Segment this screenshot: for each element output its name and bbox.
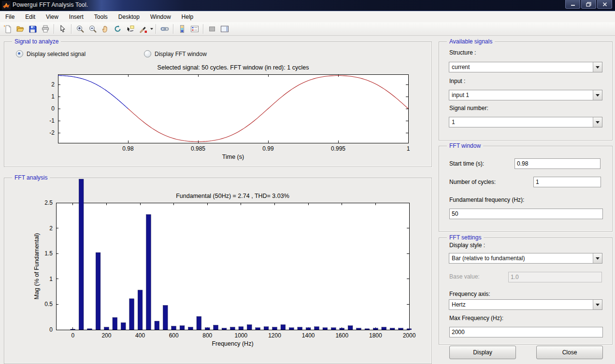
insert-legend-button[interactable]	[188, 23, 201, 35]
start-time-label: Start time (s):	[449, 160, 484, 167]
menu-item-window[interactable]: Window	[145, 12, 176, 22]
signal-number-dropdown[interactable]: 1	[449, 117, 602, 127]
show-plot-tools-button[interactable]	[218, 23, 231, 35]
svg-text:2.5: 2.5	[44, 199, 53, 206]
start-time-field[interactable]	[515, 158, 601, 169]
new-document-button[interactable]	[1, 23, 14, 35]
svg-text:-2: -2	[49, 129, 55, 136]
fft-bar-100hz	[87, 329, 92, 330]
new-document-icon	[3, 25, 12, 33]
svg-text:1200: 1200	[268, 332, 281, 339]
display-button[interactable]: Display	[449, 346, 516, 359]
menu-item-insert[interactable]: Insert	[64, 12, 89, 22]
chevron-down-icon[interactable]	[593, 253, 602, 263]
window-title: Powergui FFT Analysis Tool.	[13, 1, 88, 8]
menu-item-file[interactable]: File	[0, 12, 20, 22]
close-icon	[602, 2, 607, 7]
structure-dropdown[interactable]: current	[449, 62, 602, 72]
fft-bar-1450hz	[315, 327, 319, 330]
structure-label: Structure :	[449, 49, 476, 56]
restore-button[interactable]	[581, 0, 596, 9]
rotate-3d-icon	[114, 25, 122, 33]
fft-bar-950hz	[230, 327, 235, 330]
fft-bar-1700hz	[357, 328, 361, 330]
fft-bar-2000hz	[407, 329, 412, 330]
menu-item-help[interactable]: Help	[176, 12, 199, 22]
fft-settings-title: FFT settings	[447, 234, 484, 241]
brush-dropdown-caret[interactable]	[149, 23, 154, 34]
fft-bar-1650hz	[348, 326, 353, 330]
cycles-field[interactable]	[533, 177, 601, 187]
chevron-down-icon[interactable]	[593, 90, 602, 100]
frequency-axis-value: Hertz	[449, 301, 593, 308]
svg-text:800: 800	[202, 332, 212, 339]
fft-bar-900hz	[222, 328, 227, 330]
input-dropdown[interactable]: input 1	[449, 90, 602, 100]
svg-text:200: 200	[101, 332, 111, 339]
hide-plot-tools-button[interactable]	[206, 23, 218, 35]
selected-signal-plot: 0.980.9850.990.9951-2-1012Selected signa…	[4, 42, 431, 166]
fft-bar-650hz	[180, 326, 185, 330]
fft-bar-1950hz	[399, 328, 403, 330]
pan-hand-button[interactable]	[99, 23, 112, 35]
fft-bar-1300hz	[289, 328, 294, 330]
cycles-label: Number of cycles:	[449, 179, 496, 185]
link-plots-button[interactable]	[158, 23, 171, 35]
frequency-axis-dropdown[interactable]: Hertz	[449, 299, 602, 310]
rotate-3d-button[interactable]	[112, 23, 124, 35]
minimize-button[interactable]	[565, 0, 580, 9]
fundamental-freq-field[interactable]	[449, 209, 603, 219]
svg-text:1.5: 1.5	[44, 250, 53, 257]
display-style-dropdown[interactable]: Bar (relative to fundamental)	[449, 253, 602, 264]
menu-item-desktop[interactable]: Desktop	[113, 12, 145, 22]
fft-bar-1550hz	[331, 328, 336, 330]
available-signals-title: Available signals	[447, 38, 495, 45]
insert-colorbar-button[interactable]	[176, 23, 188, 35]
svg-text:1400: 1400	[302, 332, 315, 339]
svg-text:400: 400	[135, 332, 145, 339]
fft-bar-550hz	[163, 306, 168, 330]
zoom-out-button[interactable]	[86, 23, 99, 35]
insert-colorbar-icon	[178, 25, 186, 33]
signal-number-value: 1	[449, 119, 593, 126]
svg-text:1800: 1800	[369, 332, 382, 339]
chevron-down-icon[interactable]	[593, 117, 602, 127]
chevron-down-icon[interactable]	[593, 300, 602, 309]
toolbar-separator	[203, 24, 204, 34]
edit-cursor-icon	[58, 25, 67, 33]
fft-bar-450hz	[146, 214, 151, 330]
menu-item-tools[interactable]: Tools	[89, 12, 113, 22]
minimize-icon	[571, 2, 575, 6]
open-folder-button[interactable]	[14, 23, 27, 35]
menu-item-edit[interactable]: Edit	[20, 12, 41, 22]
edit-cursor-button[interactable]	[57, 23, 69, 35]
zoom-in-button[interactable]	[74, 23, 86, 35]
titlebar[interactable]: Powergui FFT Analysis Tool.	[0, 0, 615, 11]
fft-bar-250hz	[113, 318, 117, 330]
svg-text:2: 2	[51, 81, 55, 88]
fft-bar-1900hz	[390, 328, 395, 330]
data-cursor-icon	[126, 25, 135, 33]
fft-bar-300hz	[121, 322, 126, 330]
save-figure-button[interactable]	[27, 23, 39, 35]
close-button-action[interactable]: Close	[536, 346, 603, 359]
chevron-down-icon[interactable]	[593, 62, 602, 72]
svg-text:Selected signal: 50 cycles. FF: Selected signal: 50 cycles. FFT window (…	[157, 64, 309, 71]
menu-item-view[interactable]: View	[41, 12, 64, 22]
pan-hand-icon	[101, 25, 110, 33]
fft-bar-600hz	[172, 326, 176, 330]
fft-bar-500hz	[155, 321, 159, 330]
print-figure-button[interactable]	[39, 23, 52, 35]
link-plots-icon	[160, 25, 169, 33]
fft-bar-1800hz	[373, 328, 378, 330]
max-frequency-field[interactable]	[449, 327, 603, 337]
toolbar-separator	[54, 24, 55, 34]
frequency-axis-label: Frequency axis:	[449, 291, 490, 297]
svg-text:Frequency (Hz): Frequency (Hz)	[212, 340, 253, 347]
data-cursor-button[interactable]	[124, 23, 137, 35]
brush-data-button[interactable]	[137, 23, 149, 35]
fundamental-freq-label: Fundamental frequency (Hz):	[449, 196, 524, 203]
show-plot-tools-icon	[220, 25, 229, 33]
svg-text:0: 0	[49, 326, 53, 333]
close-button[interactable]	[597, 0, 612, 9]
